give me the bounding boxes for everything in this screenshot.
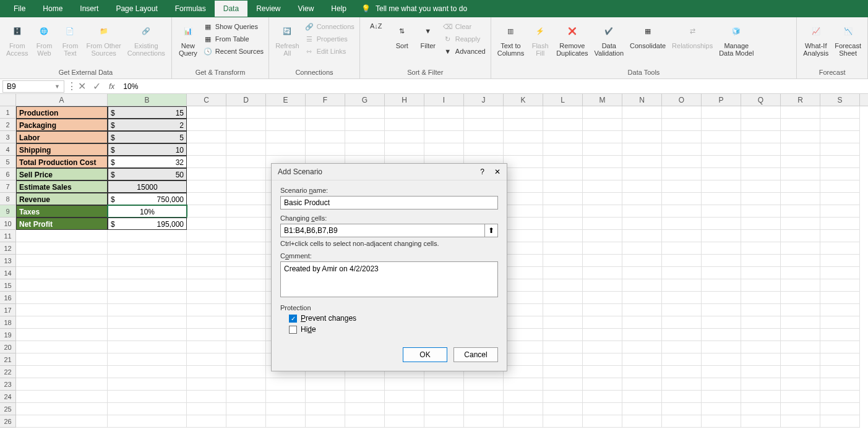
cell-D22[interactable] (226, 366, 266, 378)
cell-P25[interactable] (702, 403, 741, 415)
row-header-14[interactable]: 14 (0, 267, 16, 279)
row-header-24[interactable]: 24 (0, 391, 16, 403)
cell-J25[interactable] (464, 403, 504, 415)
cell-B15[interactable] (108, 279, 187, 292)
cell-C25[interactable] (187, 403, 226, 415)
cell-A10[interactable]: Net Profit (16, 218, 108, 230)
refresh-all-button[interactable]: 🔄Refresh All (273, 20, 302, 58)
cell-C24[interactable] (187, 391, 226, 403)
changing-cells-input[interactable] (280, 224, 484, 237)
column-header-O[interactable]: O (662, 94, 702, 106)
cell-B23[interactable] (108, 378, 187, 391)
cell-C7[interactable] (187, 180, 226, 193)
menu-help[interactable]: Help (322, 1, 355, 17)
select-all-corner[interactable] (0, 94, 16, 106)
cell-A24[interactable] (16, 391, 108, 403)
cell-D18[interactable] (226, 316, 266, 329)
cell-C16[interactable] (187, 292, 226, 304)
cell-N2[interactable] (622, 119, 662, 131)
cell-L26[interactable] (543, 415, 583, 428)
cell-L25[interactable] (543, 403, 583, 415)
cell-K19[interactable] (504, 329, 543, 341)
cell-A9[interactable]: Taxes (16, 205, 108, 218)
cell-P4[interactable] (702, 143, 741, 156)
cell-Q19[interactable] (741, 329, 781, 341)
cell-C2[interactable] (187, 119, 226, 131)
cell-D12[interactable] (226, 242, 266, 255)
cell-J4[interactable] (464, 143, 504, 156)
cell-E4[interactable] (266, 143, 306, 156)
cell-E24[interactable] (266, 391, 306, 403)
cell-L7[interactable] (543, 180, 583, 193)
cell-I25[interactable] (424, 403, 464, 415)
cell-H4[interactable] (385, 143, 424, 156)
cell-A11[interactable] (16, 230, 108, 242)
cell-R21[interactable] (781, 353, 820, 366)
cell-K13[interactable] (504, 255, 543, 267)
column-header-J[interactable]: J (464, 94, 504, 106)
cell-O15[interactable] (662, 279, 702, 292)
row-header-2[interactable]: 2 (0, 119, 16, 131)
cell-Q18[interactable] (741, 316, 781, 329)
cell-N12[interactable] (622, 242, 662, 255)
cell-P5[interactable] (702, 156, 741, 168)
cell-P24[interactable] (702, 391, 741, 403)
cell-J23[interactable] (464, 378, 504, 391)
cell-B3[interactable]: $5 (108, 131, 187, 143)
cell-M14[interactable] (583, 267, 622, 279)
cell-F1[interactable] (306, 106, 345, 119)
cell-Q7[interactable] (741, 180, 781, 193)
recent-sources-button[interactable]: 🕓Recent Sources (202, 46, 265, 57)
row-header-26[interactable]: 26 (0, 415, 16, 428)
cell-I23[interactable] (424, 378, 464, 391)
cell-O10[interactable] (662, 218, 702, 230)
cell-Q25[interactable] (741, 403, 781, 415)
cell-C10[interactable] (187, 218, 226, 230)
show-queries-button[interactable]: ▦Show Queries (202, 21, 265, 32)
menu-page-layout[interactable]: Page Layout (107, 1, 166, 17)
cell-N26[interactable] (622, 415, 662, 428)
cell-P15[interactable] (702, 279, 741, 292)
cell-R16[interactable] (781, 292, 820, 304)
filter-button[interactable]: ▼Filter (416, 20, 440, 51)
cell-O19[interactable] (662, 329, 702, 341)
cell-B8[interactable]: $750,000 (108, 193, 187, 205)
cell-Q8[interactable] (741, 193, 781, 205)
cell-S22[interactable] (820, 366, 860, 378)
cell-D10[interactable] (226, 218, 266, 230)
cell-K18[interactable] (504, 316, 543, 329)
cell-G23[interactable] (345, 378, 385, 391)
cell-Q15[interactable] (741, 279, 781, 292)
cell-B26[interactable] (108, 415, 187, 428)
cell-B19[interactable] (108, 329, 187, 341)
cell-Q11[interactable] (741, 230, 781, 242)
cell-P16[interactable] (702, 292, 741, 304)
cell-R24[interactable] (781, 391, 820, 403)
scenario-name-input[interactable] (280, 196, 498, 209)
cell-N9[interactable] (622, 205, 662, 218)
cell-S16[interactable] (820, 292, 860, 304)
cell-B24[interactable] (108, 391, 187, 403)
menu-insert[interactable]: Insert (71, 1, 107, 17)
cell-E23[interactable] (266, 378, 306, 391)
cell-K14[interactable] (504, 267, 543, 279)
row-header-4[interactable]: 4 (0, 143, 16, 156)
text-to-columns-button[interactable]: ▥Text to Columns (495, 20, 526, 58)
cell-E3[interactable] (266, 131, 306, 143)
cell-S26[interactable] (820, 415, 860, 428)
cell-A18[interactable] (16, 316, 108, 329)
cell-J24[interactable] (464, 391, 504, 403)
new-query-button[interactable]: 📊New Query (176, 20, 200, 58)
cell-Q14[interactable] (741, 267, 781, 279)
fx-icon[interactable]: fx (109, 82, 114, 91)
cell-R10[interactable] (781, 218, 820, 230)
cell-K8[interactable] (504, 193, 543, 205)
cell-N19[interactable] (622, 329, 662, 341)
cell-D1[interactable] (226, 106, 266, 119)
cell-P22[interactable] (702, 366, 741, 378)
cell-A21[interactable] (16, 353, 108, 366)
cell-D15[interactable] (226, 279, 266, 292)
cell-A1[interactable]: Production (16, 106, 108, 119)
cell-B10[interactable]: $195,000 (108, 218, 187, 230)
cell-A14[interactable] (16, 267, 108, 279)
